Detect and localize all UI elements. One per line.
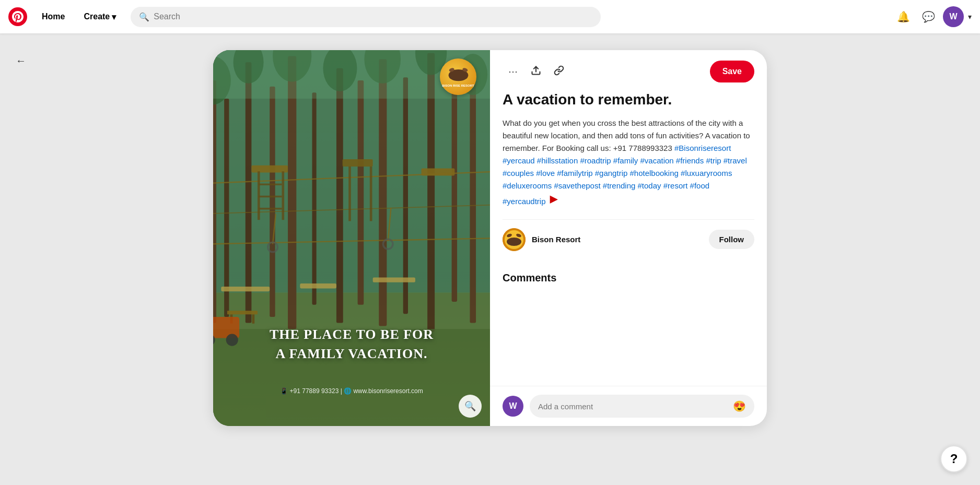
bell-icon: 🔔 [897,10,910,23]
search-icon: 🔍 [139,12,149,22]
svg-rect-44 [227,311,258,314]
svg-rect-6 [336,68,343,323]
home-nav-button[interactable]: Home [33,8,73,26]
svg-rect-14 [358,80,364,305]
svg-rect-29 [422,168,455,175]
notifications-button[interactable]: 🔔 [893,6,914,27]
svg-rect-13 [312,92,317,304]
header-actions: 🔔 💬 W ▾ [893,6,972,27]
save-button[interactable]: Save [710,61,754,82]
pin-overlay-text: THE PLACE TO BE FOR A FAMILY VACATION. [213,325,490,363]
svg-rect-32 [259,183,282,185]
create-dropdown-icon: ▾ [112,12,116,22]
pin-image-canvas: BISON RISE RESORT THE PLACE TO BE FOR A … [213,50,490,426]
red-arrow-annotation: ◀ [550,192,558,209]
svg-point-59 [507,238,521,246]
pin-author: Bison Resort Follow [503,219,754,259]
svg-rect-33 [259,196,282,197]
contact-bar: 📱 +91 77889 93323 | 🌐 www.bisonriseresor… [213,387,490,395]
pinterest-logo[interactable] [8,7,27,26]
pin-hashtags: #Bisonriseresort #yercaud #hillsstation … [503,144,747,206]
svg-rect-34 [259,208,282,209]
messages-button[interactable]: 💬 [918,6,939,27]
user-menu-chevron[interactable]: ▾ [968,13,972,21]
search-bar[interactable]: 🔍 [131,7,601,27]
header: Home Create ▾ 🔍 🔔 💬 W ▾ [0,0,980,33]
pin-logo: BISON RISE RESORT [440,58,482,100]
lens-icon: 🔍 [464,400,476,412]
svg-rect-12 [270,87,275,317]
link-icon [554,65,564,78]
logo-text: BISON RISE RESORT [442,84,474,87]
pin-detail-side: ⋯ [490,50,767,426]
comment-input-wrap[interactable]: 😍 [530,395,754,418]
emoji-button[interactable]: 😍 [733,400,746,412]
svg-rect-9 [470,74,476,323]
nav-links: Home Create ▾ [33,8,124,26]
pin-card: BISON RISE RESORT THE PLACE TO BE FOR A … [213,50,767,426]
author-avatar [503,228,526,251]
more-icon: ⋯ [508,66,518,77]
logo-circle: BISON RISE RESORT [440,58,476,95]
svg-rect-3 [213,80,216,323]
share-button[interactable] [526,61,546,82]
svg-rect-16 [452,84,457,302]
scene-svg [213,50,490,426]
svg-rect-28 [343,159,373,167]
svg-rect-31 [282,171,284,220]
copy-link-button[interactable] [549,61,569,82]
author-name: Bison Resort [532,235,703,244]
comment-user-avatar: W [503,396,523,417]
svg-rect-30 [258,171,260,220]
svg-rect-38 [300,283,336,288]
svg-rect-35 [348,167,351,221]
svg-rect-36 [370,167,372,221]
svg-rect-7 [379,59,387,326]
svg-rect-11 [224,99,229,317]
action-icons: ⋯ [503,61,704,82]
pin-title: A vacation to remember. [503,91,754,109]
svg-rect-39 [373,277,415,282]
comment-input-row: W 😍 [490,386,767,426]
search-input[interactable] [154,12,592,21]
help-button[interactable]: ? [940,445,967,472]
create-nav-button[interactable]: Create ▾ [75,8,124,26]
svg-rect-4 [246,62,252,323]
pin-image-side: BISON RISE RESORT THE PLACE TO BE FOR A … [213,50,490,426]
svg-rect-46 [252,314,255,323]
main-content: BISON RISE RESORT THE PLACE TO BE FOR A … [0,33,980,485]
pin-detail-scroll[interactable]: A vacation to remember. What do you get … [490,91,767,386]
pin-detail-header: ⋯ [490,50,767,91]
comment-input[interactable] [538,402,729,411]
svg-rect-37 [221,287,270,291]
comments-section: Comments [503,268,754,284]
user-avatar-button[interactable]: W [943,6,964,27]
share-icon [531,65,541,78]
chat-icon: 💬 [922,10,935,23]
pin-description: What do you get when you cross the best … [503,117,754,209]
follow-button[interactable]: Follow [709,230,755,249]
visual-search-button[interactable]: 🔍 [459,395,482,418]
comments-title: Comments [503,272,754,284]
more-options-button[interactable]: ⋯ [503,61,523,82]
back-button[interactable]: ← [10,50,31,71]
